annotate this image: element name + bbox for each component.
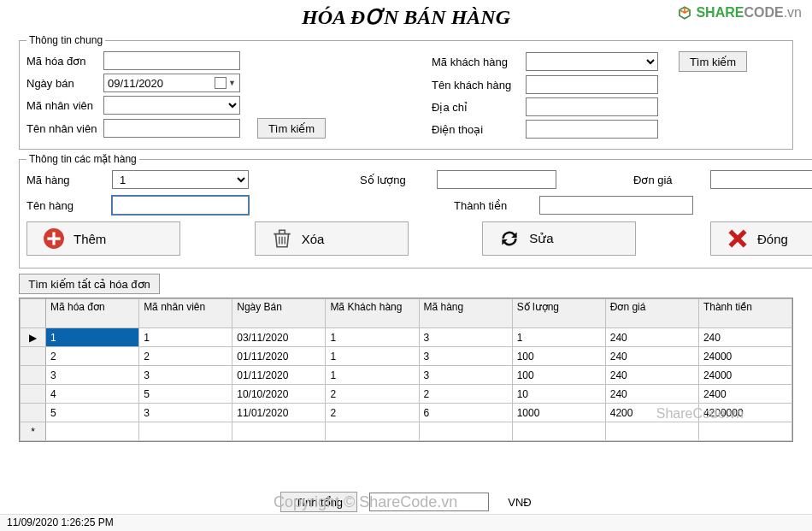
- cell[interactable]: 4200: [605, 404, 698, 422]
- row-indicator: [21, 347, 46, 366]
- cell[interactable]: 3: [46, 366, 139, 385]
- table-row[interactable]: 5311/01/202026100042004200000: [21, 404, 792, 422]
- logo-icon: [677, 5, 692, 21]
- close-icon: [727, 227, 749, 250]
- table-row[interactable]: 2201/11/20201310024024000: [21, 347, 792, 366]
- edit-button[interactable]: Sửa: [482, 221, 636, 256]
- row-indicator: [21, 385, 46, 404]
- select-manv[interactable]: [103, 96, 240, 115]
- close-button[interactable]: Đóng: [710, 221, 812, 256]
- input-diachi[interactable]: [526, 97, 658, 116]
- invoice-table[interactable]: Mã hóa đơnMã nhân viênNgày BánMã Khách h…: [19, 298, 793, 442]
- cell[interactable]: 3: [139, 366, 232, 385]
- cell[interactable]: 2: [326, 385, 419, 404]
- group-items: Thông tin các mặt hàng Mã hàng 1 Số lượn…: [19, 153, 812, 268]
- table-row[interactable]: 4510/10/202022102402400: [21, 385, 792, 404]
- cell[interactable]: 100: [512, 366, 605, 385]
- input-tenhang[interactable]: [112, 196, 249, 215]
- input-tennv[interactable]: [103, 119, 240, 138]
- datepicker-ngayban[interactable]: 09/11/2020 ▼: [103, 74, 240, 92]
- cell[interactable]: 10: [512, 385, 605, 404]
- chevron-down-icon[interactable]: ▼: [228, 79, 236, 87]
- cell[interactable]: 11/01/2020: [232, 404, 326, 422]
- cell[interactable]: 1: [326, 366, 419, 385]
- cell[interactable]: 2400: [698, 385, 791, 404]
- col-header[interactable]: Thành tiền: [698, 299, 791, 328]
- calc-total-button[interactable]: Tính tổng: [280, 492, 357, 512]
- cell[interactable]: [46, 422, 139, 441]
- cell[interactable]: 4: [46, 385, 139, 404]
- cell[interactable]: 3: [419, 347, 512, 366]
- search-button-nv[interactable]: Tìm kiếm: [257, 118, 326, 139]
- cell[interactable]: [605, 422, 698, 441]
- label-manv: Mã nhân viên: [26, 99, 103, 112]
- table-row[interactable]: 3301/11/20201310024024000: [21, 366, 792, 385]
- col-header[interactable]: Đơn giá: [605, 299, 698, 328]
- cell[interactable]: 1: [139, 328, 232, 347]
- delete-button[interactable]: Xóa: [255, 221, 409, 256]
- cell[interactable]: 24000: [698, 347, 791, 366]
- label-thanhtien: Thành tiền: [454, 199, 514, 212]
- calendar-icon[interactable]: [215, 77, 227, 89]
- cell[interactable]: 2: [46, 347, 139, 366]
- input-dongia[interactable]: [710, 170, 812, 189]
- col-header[interactable]: Số lượng: [512, 299, 605, 328]
- label-tenkh: Tên khách hàng: [432, 79, 526, 91]
- cell[interactable]: [512, 422, 605, 441]
- cell[interactable]: 01/11/2020: [232, 366, 326, 385]
- cell[interactable]: [419, 422, 512, 441]
- select-mahang[interactable]: 1: [112, 170, 249, 189]
- col-header[interactable]: Ngày Bán: [232, 299, 326, 328]
- add-button[interactable]: Thêm: [26, 221, 180, 256]
- total-output[interactable]: [369, 493, 489, 511]
- input-mahoadon[interactable]: [103, 51, 240, 70]
- col-header[interactable]: Mã hàng: [419, 299, 512, 328]
- cell[interactable]: 1: [326, 347, 419, 366]
- cell[interactable]: 4200000: [698, 404, 791, 422]
- row-indicator: *: [21, 422, 46, 441]
- label-dongia: Đơn giá: [633, 174, 685, 186]
- cell[interactable]: 1: [326, 328, 419, 347]
- cell[interactable]: 10/10/2020: [232, 385, 326, 404]
- cell[interactable]: [326, 422, 419, 441]
- cell[interactable]: 240: [698, 328, 791, 347]
- cell[interactable]: 6: [419, 404, 512, 422]
- cell[interactable]: 24000: [698, 366, 791, 385]
- input-soluong[interactable]: [437, 170, 556, 189]
- cell[interactable]: 1000: [512, 404, 605, 422]
- refresh-icon: [498, 227, 521, 250]
- cell[interactable]: 3: [419, 366, 512, 385]
- cell[interactable]: 2: [139, 347, 232, 366]
- cell[interactable]: 2: [419, 385, 512, 404]
- col-header[interactable]: Mã hóa đơn: [46, 299, 139, 328]
- table-new-row[interactable]: *: [21, 422, 792, 441]
- cell[interactable]: 5: [139, 385, 232, 404]
- cell[interactable]: 3: [139, 404, 232, 422]
- cell[interactable]: 3: [419, 328, 512, 347]
- cell[interactable]: 100: [512, 347, 605, 366]
- cell[interactable]: 240: [605, 328, 698, 347]
- input-tenkh[interactable]: [526, 75, 658, 94]
- plus-icon: [43, 227, 65, 250]
- cell[interactable]: 03/11/2020: [232, 328, 326, 347]
- search-button-kh[interactable]: Tìm kiếm: [679, 51, 747, 72]
- cell[interactable]: 240: [605, 347, 698, 366]
- select-makh[interactable]: [526, 52, 658, 71]
- cell[interactable]: 240: [605, 366, 698, 385]
- cell[interactable]: [698, 422, 791, 441]
- cell[interactable]: 2: [326, 404, 419, 422]
- cell[interactable]: 5: [46, 404, 139, 422]
- input-dienthoai[interactable]: [526, 120, 658, 139]
- cell[interactable]: 240: [605, 385, 698, 404]
- cell[interactable]: 1: [512, 328, 605, 347]
- table-row[interactable]: ▶1103/11/2020131240240: [21, 328, 792, 347]
- search-all-button[interactable]: Tìm kiếm tất cả hóa đơn: [19, 274, 160, 294]
- input-thanhtien[interactable]: [539, 196, 693, 215]
- col-header[interactable]: Mã nhân viên: [139, 299, 232, 328]
- cell[interactable]: 01/11/2020: [232, 347, 326, 366]
- label-diachi: Địa chỉ: [432, 101, 526, 114]
- col-header[interactable]: Mã Khách hàng: [326, 299, 419, 328]
- cell[interactable]: [139, 422, 232, 441]
- cell[interactable]: 1: [46, 328, 139, 347]
- cell[interactable]: [232, 422, 326, 441]
